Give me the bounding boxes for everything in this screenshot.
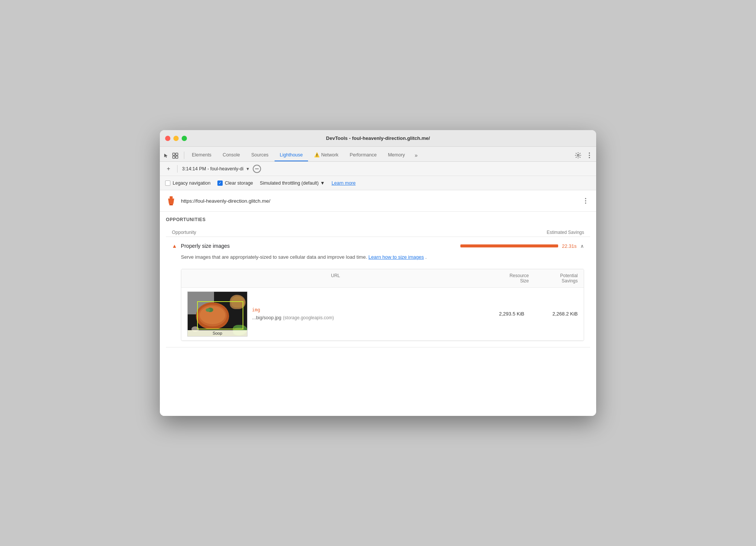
tab-divider <box>184 152 184 159</box>
svg-point-6 <box>589 155 590 156</box>
svg-point-14 <box>585 203 586 204</box>
file-url: ...big/soop.jpg <box>252 315 281 320</box>
close-button[interactable] <box>165 136 170 141</box>
opportunity-description: Serve images that are appropriately-size… <box>172 253 584 261</box>
svg-rect-0 <box>173 153 175 155</box>
inner-table: URL Resource Size Potential Savings <box>181 269 584 341</box>
svg-rect-1 <box>176 153 178 155</box>
traffic-lights <box>165 136 187 141</box>
legacy-navigation-checkbox[interactable] <box>165 180 170 186</box>
tab-lighthouse[interactable]: Lighthouse <box>275 152 308 161</box>
image-caption: Soop <box>188 330 247 336</box>
svg-rect-2 <box>173 156 175 158</box>
col-potential-header: Potential Savings <box>529 273 578 284</box>
clear-storage-option[interactable]: ✓ Clear storage <box>217 180 253 186</box>
opportunities-section: OPPORTUNITIES Opportunity Estimated Savi… <box>160 212 596 347</box>
svg-marker-9 <box>168 199 174 204</box>
tab-more-button[interactable]: » <box>411 152 422 161</box>
potential-savings-cell: 2,268.2 KiB <box>529 311 578 317</box>
url-bar: https://foul-heavenly-direction.glitch.m… <box>160 190 596 212</box>
url-more-button[interactable] <box>581 196 590 205</box>
svg-point-7 <box>589 157 590 158</box>
warning-icon: ⚠️ <box>314 152 320 158</box>
table-header: Opportunity Estimated Savings <box>166 228 590 237</box>
svg-rect-3 <box>176 156 178 158</box>
session-dropdown-icon[interactable]: ▼ <box>246 167 250 171</box>
title-bar: DevTools - foul-heavenly-direction.glitc… <box>160 130 596 147</box>
tab-network[interactable]: ⚠️ Network <box>309 152 344 161</box>
table-row: Soop img ...big/soop.jpg (storage.google… <box>181 288 584 341</box>
session-selector[interactable]: 3:14:14 PM - foul-heavenly-di ▼ <box>182 166 250 171</box>
savings-bar <box>460 244 558 247</box>
col-opportunity-header: Opportunity <box>172 230 547 235</box>
toolbar-row: + 3:14:14 PM - foul-heavenly-di ▼ <box>160 162 596 176</box>
svg-rect-11 <box>170 205 172 205</box>
inner-table-header: URL Resource Size Potential Savings <box>181 269 584 288</box>
section-title: OPPORTUNITIES <box>166 217 590 222</box>
resource-size-cell: 2,293.5 KiB <box>479 311 524 317</box>
minimize-button[interactable] <box>173 136 179 141</box>
clear-storage-checkbox[interactable]: ✓ <box>217 180 223 186</box>
opportunity-row: ▲ Properly size images 22.31s ∧ Serve im… <box>166 238 590 347</box>
tab-memory[interactable]: Memory <box>383 152 410 161</box>
opportunity-expanded: Serve images that are appropriately-size… <box>166 253 590 347</box>
svg-rect-8 <box>170 196 173 199</box>
more-options-icon[interactable] <box>586 152 593 159</box>
svg-point-5 <box>589 153 590 154</box>
file-domain: (storage.googleapis.com) <box>283 315 334 320</box>
tab-performance[interactable]: Performance <box>345 152 382 161</box>
throttling-selector[interactable]: Simulated throttling (default) ▼ <box>260 180 325 186</box>
svg-point-12 <box>585 198 586 199</box>
cursor-icon[interactable] <box>163 152 170 159</box>
tab-actions <box>574 152 593 161</box>
maximize-button[interactable] <box>182 136 187 141</box>
learn-how-link[interactable]: Learn how to size images <box>369 254 424 260</box>
col-url-header: URL <box>187 273 484 284</box>
window-title: DevTools - foul-heavenly-direction.glitc… <box>326 135 430 141</box>
opportunity-header[interactable]: ▲ Properly size images 22.31s ∧ <box>166 238 590 253</box>
add-session-button[interactable]: + <box>164 165 173 173</box>
lighthouse-logo <box>166 196 176 206</box>
url-cell: img ...big/soop.jpg (storage.googleapis.… <box>252 307 475 321</box>
inspect-icon[interactable] <box>172 152 179 159</box>
devtools-window: DevTools - foul-heavenly-direction.glitc… <box>160 130 596 416</box>
image-preview: Soop <box>187 291 247 337</box>
options-bar: Legacy navigation ✓ Clear storage Simula… <box>160 176 596 190</box>
col-savings-header: Estimated Savings <box>547 230 584 235</box>
warning-triangle-icon: ▲ <box>172 243 177 249</box>
svg-point-13 <box>585 200 586 202</box>
tab-sources[interactable]: Sources <box>246 152 274 161</box>
tab-icon-group <box>163 152 179 161</box>
settings-icon[interactable] <box>574 152 582 159</box>
page-url: https://foul-heavenly-direction.glitch.m… <box>181 198 577 204</box>
savings-bar-wrap: 22.31s <box>460 243 577 249</box>
toolbar-divider <box>177 165 178 173</box>
html-tag: img <box>252 307 475 312</box>
tab-console[interactable]: Console <box>217 152 245 161</box>
throttling-dropdown-icon: ▼ <box>320 180 325 186</box>
no-throttling-icon[interactable] <box>253 165 261 173</box>
opportunity-title: Properly size images <box>181 243 457 249</box>
expand-chevron-icon[interactable]: ∧ <box>580 243 584 249</box>
svg-point-4 <box>577 155 579 156</box>
savings-value: 22.31s <box>562 243 577 249</box>
legacy-navigation-option[interactable]: Legacy navigation <box>165 180 211 186</box>
learn-more-link[interactable]: Learn more <box>332 180 356 186</box>
devtools-tabs-bar: Elements Console Sources Lighthouse ⚠️ N… <box>160 147 596 162</box>
col-size-header: Resource Size <box>484 273 529 284</box>
tab-elements[interactable]: Elements <box>187 152 217 161</box>
main-content: https://foul-heavenly-direction.glitch.m… <box>160 190 596 416</box>
